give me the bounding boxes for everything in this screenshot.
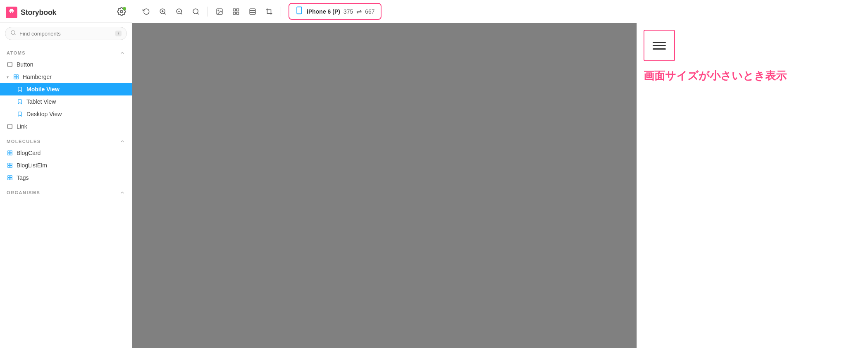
search-input[interactable] bbox=[19, 31, 112, 37]
main-area: iPhone 6 (P) 375 ⇌ 667 画面サイズが小さいとき表示 bbox=[132, 0, 868, 348]
device-width: 375 bbox=[343, 8, 353, 15]
component-group-icon-blogcard bbox=[7, 150, 13, 156]
svg-rect-13 bbox=[10, 163, 12, 165]
svg-line-25 bbox=[181, 13, 182, 14]
zoom-out-button[interactable] bbox=[172, 4, 187, 19]
sidebar-item-link[interactable]: Link bbox=[0, 120, 132, 133]
svg-rect-8 bbox=[8, 151, 10, 153]
story-icon-tablet bbox=[17, 98, 23, 105]
layout-button[interactable] bbox=[245, 4, 260, 19]
crop-icon bbox=[265, 8, 273, 15]
toolbar: iPhone 6 (P) 375 ⇌ 667 bbox=[132, 0, 868, 23]
svg-point-1 bbox=[11, 31, 15, 34]
atoms-section-label: ATOMS bbox=[0, 44, 132, 58]
device-selector[interactable]: iPhone 6 (P) 375 ⇌ 667 bbox=[289, 3, 382, 20]
image-icon bbox=[216, 8, 223, 15]
sidebar: Storybook / ATOMS bbox=[0, 0, 132, 348]
sidebar-item-link-label: Link bbox=[17, 123, 27, 130]
device-rotate-icon: ⇌ bbox=[356, 7, 362, 15]
refresh-button[interactable] bbox=[139, 4, 154, 19]
svg-rect-11 bbox=[10, 153, 12, 155]
notification-dot bbox=[123, 7, 126, 10]
phone-icon bbox=[295, 6, 303, 14]
sidebar-item-mobile-view[interactable]: Mobile View bbox=[0, 83, 132, 95]
component-group-icon-tags bbox=[7, 174, 13, 181]
sidebar-item-tags-label: Tags bbox=[17, 174, 29, 181]
svg-line-21 bbox=[164, 13, 165, 14]
sidebar-item-bloglistelm-label: BlogListElm bbox=[17, 162, 47, 169]
device-height: 667 bbox=[365, 8, 374, 15]
svg-rect-33 bbox=[237, 12, 239, 14]
search-icon bbox=[10, 30, 16, 37]
refresh-icon bbox=[143, 8, 150, 15]
sidebar-item-button-label: Button bbox=[17, 61, 33, 68]
sidebar-item-tags[interactable]: Tags bbox=[0, 172, 132, 184]
organisms-section-label: ORGANISMS bbox=[0, 184, 132, 198]
sidebar-title: Storybook bbox=[21, 8, 56, 17]
sidebar-item-bloglistelm[interactable]: BlogListElm bbox=[0, 159, 132, 172]
svg-rect-14 bbox=[8, 166, 10, 168]
molecules-collapse-icon[interactable] bbox=[119, 138, 125, 144]
svg-rect-4 bbox=[17, 75, 19, 77]
molecules-section-label: MOLECULES bbox=[0, 133, 132, 147]
device-icon bbox=[295, 6, 303, 17]
sidebar-item-tablet-view[interactable]: Tablet View bbox=[0, 95, 132, 108]
storybook-logo-icon bbox=[8, 9, 15, 16]
zoom-in-button[interactable] bbox=[155, 4, 170, 19]
sidebar-item-desktop-view[interactable]: Desktop View bbox=[0, 108, 132, 120]
component-group-icon-bloglistelm bbox=[7, 162, 13, 169]
sidebar-item-hamberger[interactable]: ▾ Hamberger bbox=[0, 71, 132, 83]
sidebar-logo bbox=[6, 7, 17, 18]
sidebar-item-blogcard-label: BlogCard bbox=[17, 150, 41, 156]
component-group-icon bbox=[13, 74, 19, 80]
organisms-collapse-icon[interactable] bbox=[119, 190, 125, 195]
svg-rect-10 bbox=[8, 153, 10, 155]
svg-rect-16 bbox=[8, 176, 10, 178]
svg-rect-3 bbox=[14, 75, 16, 77]
atoms-collapse-icon[interactable] bbox=[119, 50, 125, 56]
molecules-section: MOLECULES BlogCard bbox=[0, 133, 132, 184]
device-name: iPhone 6 (P) bbox=[307, 8, 340, 15]
image-view-button[interactable] bbox=[212, 4, 227, 19]
svg-rect-34 bbox=[233, 12, 235, 14]
canvas: 画面サイズが小さいとき表示 bbox=[132, 23, 868, 348]
organisms-section: ORGANISMS bbox=[0, 184, 132, 198]
zoom-in-icon bbox=[159, 8, 167, 15]
sidebar-item-button[interactable]: Button bbox=[0, 58, 132, 71]
component-icon bbox=[7, 61, 13, 68]
component-icon-link bbox=[7, 123, 13, 130]
settings-button[interactable] bbox=[117, 7, 126, 18]
toolbar-separator-2 bbox=[281, 7, 281, 17]
hamburger-line-3 bbox=[653, 48, 666, 50]
sidebar-item-blogcard[interactable]: BlogCard bbox=[0, 147, 132, 159]
toolbar-separator-1 bbox=[207, 7, 208, 17]
hamburger-menu-box[interactable] bbox=[644, 30, 675, 61]
grid-icon bbox=[232, 8, 240, 15]
svg-rect-38 bbox=[267, 10, 271, 13]
svg-rect-6 bbox=[17, 77, 19, 79]
svg-rect-9 bbox=[10, 151, 12, 153]
crop-button[interactable] bbox=[262, 4, 277, 19]
svg-rect-19 bbox=[10, 178, 12, 180]
sidebar-item-hamberger-label: Hamberger bbox=[23, 74, 52, 80]
hamberger-toggle-icon: ▾ bbox=[7, 75, 9, 79]
svg-rect-39 bbox=[297, 7, 302, 14]
story-icon-desktop bbox=[17, 111, 23, 117]
sidebar-item-tablet-view-label: Tablet View bbox=[26, 98, 56, 105]
sidebar-item-mobile-view-label: Mobile View bbox=[26, 86, 60, 93]
hamburger-line-2 bbox=[653, 45, 666, 46]
grid-view-button[interactable] bbox=[229, 4, 243, 19]
search-bar[interactable]: / bbox=[5, 27, 127, 40]
svg-rect-31 bbox=[233, 9, 235, 11]
preview-frame: 画面サイズが小さいとき表示 bbox=[637, 23, 868, 348]
preview-description-text: 画面サイズが小さいとき表示 bbox=[644, 69, 787, 83]
hamburger-line-1 bbox=[653, 42, 666, 43]
zoom-reset-button[interactable] bbox=[188, 4, 203, 19]
svg-point-0 bbox=[120, 10, 123, 13]
svg-rect-7 bbox=[8, 124, 12, 129]
svg-rect-35 bbox=[250, 9, 255, 14]
atoms-section: ATOMS Button ▾ bbox=[0, 44, 132, 133]
sidebar-header: Storybook bbox=[0, 0, 132, 23]
svg-point-27 bbox=[193, 9, 198, 14]
svg-rect-12 bbox=[8, 163, 10, 165]
